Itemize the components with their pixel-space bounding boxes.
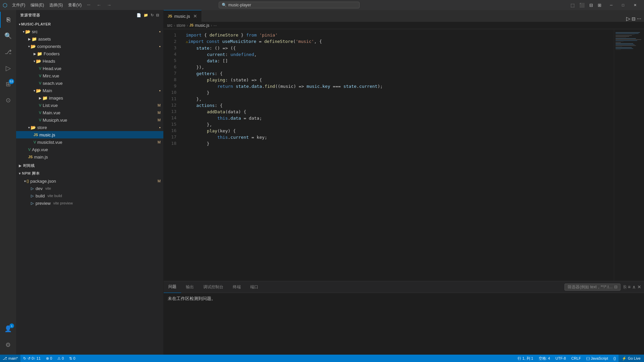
- sidebar-tree: ▾ MUSIC-PLAYER ▾ 📂 src ● ▶ 📁 assets ▾ 📂 …: [16, 20, 163, 355]
- panel-tab-output[interactable]: 输出: [181, 281, 199, 293]
- activity-bar-item-extensions[interactable]: ⊞ 53: [0, 76, 16, 92]
- panel-tab-debug[interactable]: 调试控制台: [199, 281, 228, 293]
- panel-up-icon[interactable]: ∧: [632, 284, 636, 290]
- npm-script-preview[interactable]: ▷ preview vite preview: [16, 199, 163, 207]
- menu-select[interactable]: 选择(S): [47, 2, 65, 9]
- remote-item[interactable]: ⇅ 0: [66, 355, 78, 362]
- collapse-all-icon[interactable]: ⊟: [156, 13, 159, 17]
- layout-toggle-3[interactable]: ⊟: [587, 2, 595, 8]
- tree-package-json[interactable]: ▾ {} package.json M: [16, 177, 163, 185]
- breadcrumb-src[interactable]: src: [167, 23, 172, 28]
- npm-script-build[interactable]: ▷ build vite build: [16, 192, 163, 199]
- tree-app-vue[interactable]: V App.vue: [16, 146, 163, 153]
- refresh-icon[interactable]: ↻: [151, 13, 154, 17]
- menu-view[interactable]: 查看(V): [65, 2, 84, 9]
- code-content[interactable]: import { defineStore } from 'pinia' ⚠imp…: [180, 29, 614, 281]
- tree-musiclist-vue[interactable]: V musiclist.vue M: [16, 138, 163, 146]
- activity-bar-item-settings[interactable]: ⚙: [0, 337, 16, 353]
- new-folder-icon[interactable]: 📁: [144, 13, 149, 17]
- tree-assets[interactable]: ▶ 📁 assets: [16, 35, 163, 43]
- more-actions-button[interactable]: ···: [637, 16, 641, 22]
- new-file-icon[interactable]: 📄: [137, 13, 142, 17]
- tree-head-vue[interactable]: V Head.vue: [16, 65, 163, 72]
- panel-tab-problems[interactable]: 问题: [164, 281, 181, 293]
- npm-script-dev[interactable]: ▷ dev vite: [16, 185, 163, 192]
- tree-mirc-vue[interactable]: V Mirc.vue: [16, 72, 163, 79]
- preview-script-cmd: vite preview: [53, 201, 73, 205]
- timeline-label: 时间线: [23, 163, 35, 168]
- tree-store[interactable]: ▾ 📂 store ●: [16, 124, 163, 131]
- spaces-item[interactable]: 空格: 4: [536, 355, 553, 362]
- menu-file[interactable]: 文件(F): [9, 2, 28, 9]
- tree-fooders[interactable]: ▶ 📁 Fooders: [16, 50, 163, 57]
- dev-script-icon: ▷: [31, 186, 34, 191]
- win-restore-button[interactable]: □: [617, 1, 629, 9]
- line-num-4: 4: [164, 51, 176, 57]
- tree-main-folder[interactable]: ▾ 📂 Main ●: [16, 87, 163, 94]
- panel-close-icon[interactable]: ✕: [637, 284, 641, 290]
- git-branch-item[interactable]: ⎇ main*: [0, 355, 20, 362]
- filter-icon: ⊟: [614, 285, 618, 289]
- tree-src[interactable]: ▾ 📂 src ●: [16, 28, 163, 35]
- tree-musicph-vue[interactable]: V Musicph.vue M: [16, 116, 163, 124]
- nav-back[interactable]: ←: [95, 2, 103, 8]
- sidebar-section-npm[interactable]: ▾ NPM 脚本: [16, 170, 163, 177]
- code-line-12: actions: {: [186, 102, 614, 109]
- activity-bar-item-accounts[interactable]: 👤 1: [0, 321, 16, 337]
- tree-heads[interactable]: ▾ 📂 Heads: [16, 57, 163, 65]
- search-bar[interactable]: 🔍 music-player: [219, 2, 360, 8]
- tree-images[interactable]: ▶ 📁 images: [16, 94, 163, 102]
- sidebar-section-timeline[interactable]: ▶ 时间线: [16, 162, 163, 170]
- line-ending-item[interactable]: CRLF: [569, 355, 584, 362]
- tab-close-icon[interactable]: ✕: [193, 13, 197, 19]
- format-item[interactable]: {}: [611, 355, 619, 362]
- activity-bar-item-search[interactable]: 🔍: [0, 28, 16, 44]
- npm-label: NPM 脚本: [22, 171, 40, 176]
- activity-bar-item-explorer[interactable]: ⎘: [0, 12, 16, 28]
- panel-tab-terminal[interactable]: 终端: [228, 281, 246, 293]
- line-col-item[interactable]: 行 1, 列 1: [515, 355, 536, 362]
- panel-tab-ports[interactable]: 端口: [246, 281, 263, 293]
- activity-bar-item-scm[interactable]: ⎇: [0, 44, 16, 60]
- tree-main-vue[interactable]: V Main.vue M: [16, 109, 163, 116]
- tree-seach-vue[interactable]: V seach.vue: [16, 79, 163, 87]
- errors-item[interactable]: ⊗ 0: [43, 355, 55, 362]
- tree-music-js[interactable]: JS music.js: [16, 131, 163, 138]
- layout-toggle-1[interactable]: ⬚: [569, 2, 577, 8]
- language-item[interactable]: { } JavaScript: [584, 355, 611, 362]
- activity-bar-item-run[interactable]: ▷: [0, 60, 16, 76]
- run-button[interactable]: ▷: [626, 15, 630, 22]
- layout-toggle-2[interactable]: ⬛: [577, 2, 587, 8]
- breadcrumb-more[interactable]: ···: [213, 23, 217, 28]
- code-line-4: current: undefined,: [186, 51, 614, 58]
- breadcrumb-file[interactable]: music.js: [195, 23, 209, 28]
- panel-copy-icon[interactable]: ⎘: [624, 284, 626, 290]
- tab-music-js[interactable]: JS music.js ✕: [164, 10, 202, 22]
- tree-components[interactable]: ▾ 📂 components ●: [16, 43, 163, 50]
- tree-main-js[interactable]: JS main.js: [16, 153, 163, 161]
- go-live-item[interactable]: ⚡ Go Live: [619, 355, 644, 362]
- win-minimize-button[interactable]: ─: [605, 1, 618, 9]
- panel-layout-icon[interactable]: ≡: [628, 284, 631, 290]
- menu-more[interactable]: ···: [84, 2, 93, 9]
- tree-list-vue[interactable]: V List.vue M: [16, 102, 163, 109]
- line-num-8: 8: [164, 76, 176, 83]
- assets-label: assets: [38, 37, 51, 42]
- fooders-arrow: ▶: [34, 52, 36, 56]
- activity-bar-item-remote[interactable]: ⊙: [0, 92, 16, 108]
- breadcrumb-store[interactable]: store: [176, 23, 185, 28]
- win-close-button[interactable]: ✕: [629, 1, 641, 9]
- split-editor-button[interactable]: ⊟: [632, 16, 636, 21]
- panel-filter[interactable]: 筛选器(例如 text，**/*.t… ⊟: [565, 284, 621, 291]
- menu-edit[interactable]: 编辑(E): [28, 2, 47, 9]
- nav-forward[interactable]: →: [105, 2, 113, 8]
- warnings-item[interactable]: ⚠ 0: [55, 355, 66, 362]
- layout-toggle-4[interactable]: ⊞: [596, 2, 603, 8]
- mirc-vue-icon: V: [39, 74, 41, 78]
- store-label: store: [37, 125, 47, 130]
- encoding-item[interactable]: UTF-8: [553, 355, 569, 362]
- go-live-icon: ⚡: [622, 356, 627, 361]
- sync-item[interactable]: ↻ ↺ 0↑ 11: [20, 355, 43, 362]
- head-vue-icon: V: [39, 66, 41, 70]
- tree-root[interactable]: ▾ MUSIC-PLAYER: [16, 20, 163, 28]
